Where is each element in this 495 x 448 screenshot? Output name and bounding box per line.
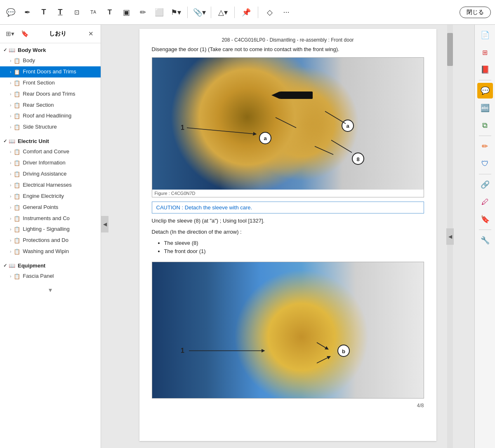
scroll-down-icon[interactable]: ▾ — [49, 286, 52, 294]
text-small-icon[interactable]: TA — [87, 6, 100, 19]
rt-shield-icon[interactable]: 🛡 — [477, 156, 493, 171]
arrow-icon: › — [10, 92, 11, 96]
text-large-icon[interactable]: T — [103, 6, 116, 19]
sidebar-grid-icon[interactable]: ⊞▾ — [4, 28, 16, 40]
item-label: Front Section — [23, 80, 54, 87]
draw-icon[interactable]: △▾ — [216, 6, 229, 19]
item-icon: 📋 — [14, 171, 20, 177]
sidebar-item-roof[interactable]: › 📋 Roof and Headlining — [0, 110, 101, 122]
stamp-icon[interactable]: ⚑▾ — [169, 6, 182, 19]
rt-grid-icon[interactable]: ⊞ — [477, 45, 493, 60]
sidebar-section-electric-header[interactable]: ✓ 📖 Electric Unit — [0, 136, 101, 146]
item-label: Engine Electricity — [23, 193, 64, 200]
rt-translate-icon[interactable]: 🔤 — [477, 100, 493, 116]
rt-wrench-icon[interactable]: 🔧 — [477, 232, 493, 248]
item-icon: 📋 — [14, 113, 20, 119]
sidebar-item-electrical[interactable]: › 📋 Electrical Harnesses — [0, 180, 101, 191]
toolbar-sep4 — [258, 7, 258, 18]
item-label: Protections and Do — [23, 237, 68, 244]
sidebar-item-lighting[interactable]: › 📋 Lighting - Signalling — [0, 224, 101, 235]
sidebar-item-front-doors[interactable]: › 📋 Front Doors and Trims — [0, 66, 101, 77]
rt-document-icon[interactable]: 📄 — [477, 27, 493, 43]
rt-pencil2-icon[interactable]: 🖊 — [477, 194, 493, 210]
sidebar-item-rear-doors[interactable]: › 📋 Rear Doors and Trims — [0, 89, 101, 100]
sidebar-collapse-button[interactable]: ◀ — [101, 216, 108, 232]
content-scroll[interactable]: 208 - C4CG016LP0 - Dismantling - re-asse… — [101, 25, 474, 448]
sidebar-item-washing[interactable]: › 📋 Washing and Wipin — [0, 246, 101, 257]
sidebar-close-icon[interactable]: ✕ — [85, 28, 97, 40]
bodywork-book-icon: 📖 — [9, 47, 15, 53]
arrow-icon: › — [10, 205, 11, 210]
instruction-3: Detach (In the direction of the arrow) : — [152, 228, 424, 237]
rt-chat-icon[interactable]: 💬 — [477, 83, 493, 99]
bodywork-label: Body Work — [18, 47, 46, 53]
toolbar-sep1 — [187, 7, 188, 18]
item-icon: 📋 — [14, 182, 20, 188]
rt-layers-icon[interactable]: ⧉ — [477, 117, 493, 133]
sidebar-section-equipment-header[interactable]: ✓ 📖 Equipment — [0, 260, 101, 271]
item-label: Front Doors and Trims — [23, 68, 76, 75]
more-icon[interactable]: ··· — [280, 6, 293, 19]
clip-icon[interactable]: 📎▾ — [193, 6, 206, 19]
check-icon: ✓ — [3, 263, 7, 268]
item-icon: 📋 — [14, 80, 20, 86]
content-collapse-right-button[interactable]: ◀ — [446, 228, 454, 245]
diamond-icon[interactable]: ◇ — [263, 6, 276, 19]
item-icon: 📋 — [14, 102, 20, 108]
sidebar-item-driving-assist[interactable]: › 📋 Driving Assistance — [0, 169, 101, 180]
rt-bookmark-icon[interactable]: 🔖 — [477, 211, 493, 227]
right-toolbar: 📄 ⊞ 📕 💬 🔤 ⧉ ✏ 🛡 🔗 🖊 🔖 🔧 — [474, 25, 495, 448]
edit-icon[interactable]: ✏ — [136, 6, 149, 19]
figure-2-image: 1 b — [152, 262, 424, 398]
arrow-icon: › — [10, 238, 11, 243]
item-label: Instruments and Co — [23, 215, 69, 222]
sidebar-section-bodywork-header[interactable]: ✓ 📖 Body Work — [0, 45, 101, 55]
sidebar-item-body[interactable]: › 📋 Body — [0, 55, 101, 66]
arrow-icon: › — [10, 216, 11, 221]
pin-icon[interactable]: 📌 — [240, 6, 253, 19]
sidebar-item-comfort[interactable]: › 📋 Comfort and Conve — [0, 146, 101, 157]
pen-icon[interactable]: ✒ — [21, 6, 34, 19]
check-icon: ✓ — [3, 47, 7, 53]
close-button[interactable]: 閉じる — [460, 7, 491, 18]
text-frame-icon[interactable]: ▣ — [120, 6, 133, 19]
text-box-icon[interactable]: ⊡ — [70, 6, 83, 19]
rt-pen-icon[interactable]: ✏ — [477, 138, 493, 154]
arrow-icon: › — [10, 249, 11, 254]
bullet-item-1: The front door (1) — [164, 247, 424, 256]
sidebar-section-equipment: ✓ 📖 Equipment › 📋 Fascia Panel — [0, 259, 101, 284]
sidebar-item-engine-elec[interactable]: › 📋 Engine Electricity — [0, 191, 101, 202]
arrow-icon: › — [10, 172, 11, 176]
comment-icon[interactable]: 💬 — [4, 6, 17, 19]
sidebar-item-instruments[interactable]: › 📋 Instruments and Co — [0, 213, 101, 224]
sidebar-item-protections[interactable]: › 📋 Protections and Do — [0, 235, 101, 246]
eraser-icon[interactable]: ⬜ — [153, 6, 166, 19]
electric-book-icon: 📖 — [9, 138, 15, 144]
sidebar-item-front-section[interactable]: › 📋 Front Section — [0, 77, 101, 89]
item-label: Rear Section — [23, 102, 54, 109]
rt-sep4 — [479, 230, 491, 230]
rt-link-icon[interactable]: 🔗 — [477, 177, 493, 192]
text-icon[interactable]: T — [37, 6, 50, 19]
sidebar-title: しおり — [49, 30, 66, 38]
arrow-icon: › — [10, 81, 11, 85]
sidebar-item-fascia[interactable]: › 📋 Fascia Panel — [0, 271, 101, 282]
scrollbar-thumb[interactable] — [447, 33, 453, 66]
sidebar-item-driver-info[interactable]: › 📋 Driver Information — [0, 157, 101, 169]
text-bold-icon[interactable]: T — [54, 6, 67, 19]
sidebar-item-rear-section[interactable]: › 📋 Rear Section — [0, 100, 101, 111]
arrow-icon: › — [10, 227, 11, 232]
figure-2-container: 1 b — [152, 262, 424, 399]
main-layout: ⊞▾ 🔖 しおり ✕ ✓ 📖 Body Work › 📋 Body — [0, 25, 495, 448]
bullet-item-0: The sleeve (8) — [164, 239, 424, 248]
item-label: Driver Information — [23, 159, 65, 167]
sidebar-item-side-structure[interactable]: › 📋 Side Structure — [0, 122, 101, 133]
arrow-icon: › — [10, 150, 11, 154]
equipment-label: Equipment — [18, 263, 45, 269]
item-icon: 📋 — [14, 149, 20, 155]
item-icon: 📋 — [14, 91, 20, 97]
sidebar-bookmark-icon[interactable]: 🔖 — [19, 28, 31, 40]
arrow-icon: › — [10, 125, 11, 129]
sidebar-item-general[interactable]: › 📋 General Points — [0, 202, 101, 213]
rt-pdf-icon[interactable]: 📕 — [477, 62, 493, 77]
